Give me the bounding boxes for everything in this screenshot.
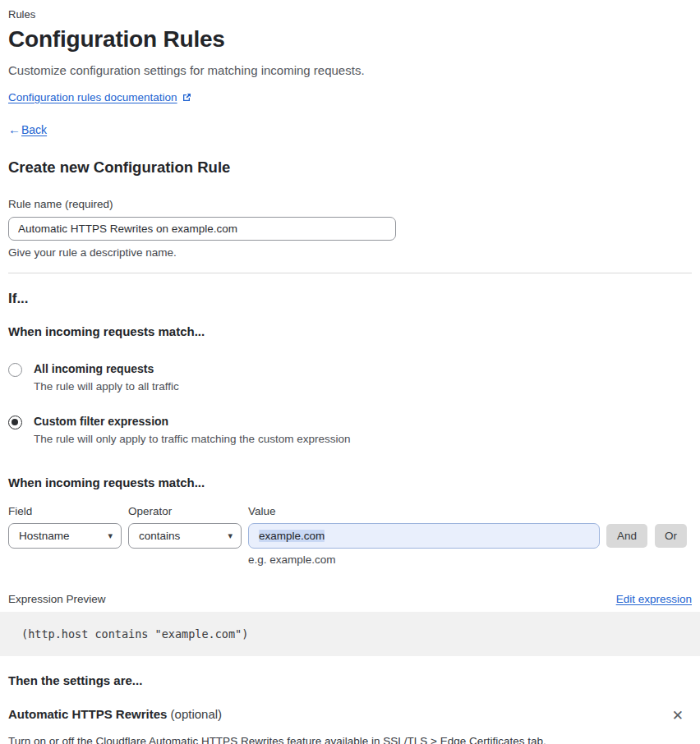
- section-divider: [8, 273, 692, 273]
- radio-texts: All incoming requests The rule will appl…: [34, 362, 179, 393]
- radio-option-all-incoming-requests[interactable]: All incoming requests The rule will appl…: [8, 362, 692, 393]
- rule-name-label: Rule name (required): [8, 198, 692, 210]
- rule-name-help: Give your rule a descriptive name.: [8, 246, 692, 259]
- setting-description: Turn on or off the Cloudflare Automatic …: [8, 735, 692, 744]
- radio-label: Custom filter expression: [34, 415, 350, 428]
- radio-label: All incoming requests: [34, 362, 179, 375]
- operator-label: Operator: [128, 505, 248, 517]
- create-rule-heading: Create new Configuration Rule: [8, 158, 692, 177]
- page-subtitle: Customize configuration settings for mat…: [8, 63, 692, 77]
- radio-option-custom-filter-expression[interactable]: Custom filter expression The rule will o…: [8, 415, 692, 445]
- back-link-row: ← Back: [8, 122, 692, 136]
- setting-name-wrap: Automatic HTTPS Rewrites (optional): [8, 707, 222, 721]
- expression-preview-label: Expression Preview: [8, 593, 106, 605]
- radio-button-selected[interactable]: [8, 416, 22, 429]
- field-select[interactable]: Hostname ▾: [8, 523, 122, 549]
- setting-name: Automatic HTTPS Rewrites: [8, 707, 167, 721]
- then-settings-heading: Then the settings are...: [8, 673, 692, 687]
- operator-select[interactable]: contains ▾: [128, 523, 242, 549]
- or-button[interactable]: Or: [655, 524, 687, 548]
- external-link-icon: [182, 93, 191, 103]
- expression-builder-row: Hostname ▾ contains ▾ example.com And Or: [8, 523, 692, 549]
- value-input[interactable]: example.com: [248, 523, 600, 549]
- and-button[interactable]: And: [606, 524, 647, 548]
- if-heading: If...: [8, 291, 692, 307]
- expression-builder-labels: Field Operator Value: [8, 505, 692, 517]
- field-select-value: Hostname: [19, 530, 70, 542]
- value-label: Value: [248, 505, 276, 517]
- edit-expression-link[interactable]: Edit expression: [616, 593, 692, 605]
- back-arrow-icon: ←: [8, 122, 21, 136]
- expression-preview-header: Expression Preview Edit expression: [8, 593, 692, 605]
- setting-optional-tag: (optional): [171, 707, 223, 721]
- value-input-text: example.com: [259, 530, 325, 542]
- field-label: Field: [8, 505, 128, 517]
- chevron-down-icon: ▾: [228, 530, 233, 541]
- operator-select-value: contains: [139, 530, 180, 542]
- radio-description: The rule will apply to all traffic: [34, 380, 179, 393]
- radio-texts: Custom filter expression The rule will o…: [34, 415, 350, 445]
- radio-description: The rule will only apply to traffic matc…: [34, 433, 350, 445]
- breadcrumb: Rules: [8, 7, 692, 21]
- expression-preview-code: (http.host contains "example.com"): [0, 612, 700, 656]
- doc-link-row: Configuration rules documentation: [8, 91, 692, 103]
- setting-header: Automatic HTTPS Rewrites (optional) ✕: [8, 707, 692, 724]
- rule-name-input[interactable]: [8, 217, 396, 241]
- chevron-down-icon: ▾: [108, 530, 113, 541]
- match-heading: When incoming requests match...: [8, 324, 692, 338]
- value-help-text: e.g. example.com: [248, 553, 692, 566]
- close-icon[interactable]: ✕: [669, 707, 687, 724]
- back-link[interactable]: Back: [21, 123, 47, 136]
- radio-button-unselected[interactable]: [8, 363, 22, 377]
- configuration-rules-page: Rules Configuration Rules Customize conf…: [0, 0, 700, 744]
- expression-builder-heading: When incoming requests match...: [8, 475, 692, 489]
- page-title: Configuration Rules: [8, 26, 692, 53]
- configuration-rules-documentation-link[interactable]: Configuration rules documentation: [8, 91, 177, 103]
